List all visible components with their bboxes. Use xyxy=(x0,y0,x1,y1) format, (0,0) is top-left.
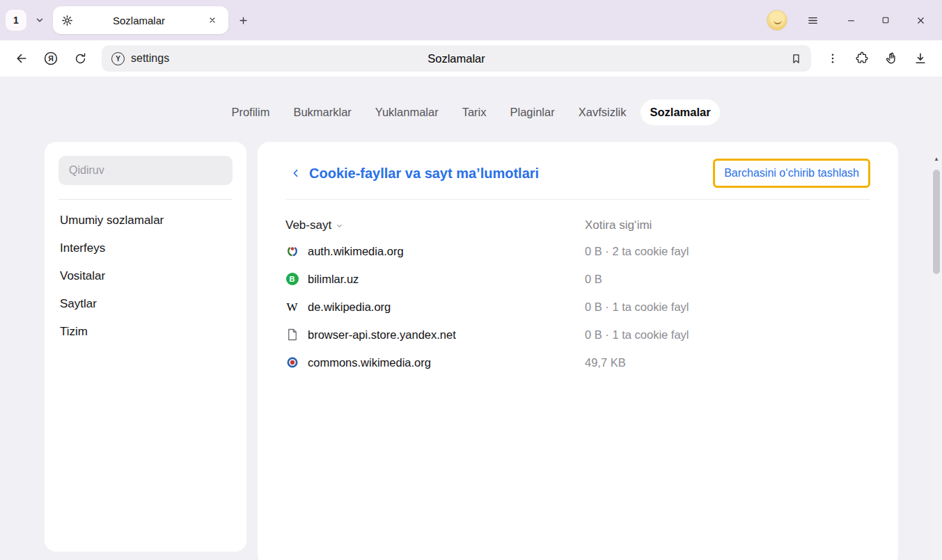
minimize-button[interactable] xyxy=(835,6,867,34)
table-row[interactable]: auth.wikimedia.org 0 B · 2 ta cookie fay… xyxy=(285,237,870,265)
address-page-title: Sozlamalar xyxy=(102,52,811,65)
gear-icon xyxy=(61,15,73,26)
tab-strip: 1 Sozlamalar xyxy=(0,0,942,40)
close-button[interactable] xyxy=(904,6,936,34)
address-bar[interactable]: Y settings Sozlamalar xyxy=(102,45,811,72)
nav-tab-yuklanmalar[interactable]: Yuklanmalar xyxy=(366,99,448,125)
scrollbar[interactable]: ▲ ▼ xyxy=(931,153,942,560)
column-header-size: Xotira sig‘imi xyxy=(585,218,652,232)
wikipedia-w-icon: W xyxy=(285,301,299,314)
site-name: bilimlar.uz xyxy=(308,273,359,286)
scrollbar-track[interactable] xyxy=(931,164,942,560)
site-name: auth.wikimedia.org xyxy=(308,245,404,258)
site-size: 49,7 KB xyxy=(585,356,626,369)
site-name: de.wikipedia.org xyxy=(308,301,391,314)
site-info-chip[interactable]: Y settings xyxy=(111,52,169,65)
table-row[interactable]: B bilimlar.uz 0 B xyxy=(285,265,870,293)
back-icon[interactable] xyxy=(8,45,35,72)
panel-header: Cookie-fayllar va sayt ma’lumotlari Barc… xyxy=(285,159,870,188)
nav-tab-xavfsizlik[interactable]: Xavfsizlik xyxy=(570,99,636,125)
column-header-site[interactable]: Veb-sayt xyxy=(285,218,585,232)
tab-group-button[interactable]: 1 xyxy=(6,10,26,31)
nav-tab-tarix[interactable]: Tarix xyxy=(453,99,496,125)
sidebar-divider xyxy=(58,199,233,200)
svg-text:Я: Я xyxy=(48,54,54,63)
panel-title: Cookie-fayllar va sayt ma’lumotlari xyxy=(309,166,539,182)
wikimedia-logo-icon xyxy=(285,245,299,258)
delete-all-label: Barchasini o‘chirib tashlash xyxy=(724,167,859,179)
tab-title: Sozlamalar xyxy=(79,15,199,26)
sort-chevron-icon xyxy=(336,222,343,230)
settings-page: Profilim Bukmarklar Yuklanmalar Tarix Pl… xyxy=(0,77,942,560)
tab-group-label: 1 xyxy=(13,15,19,26)
panel-divider xyxy=(285,199,870,200)
delete-all-button[interactable]: Barchasini o‘chirib tashlash xyxy=(713,159,870,188)
nav-tab-plaginlar[interactable]: Plaginlar xyxy=(501,99,564,125)
toolbar: Я Y settings Sozlamalar xyxy=(0,40,942,77)
column-header-site-label: Veb-sayt xyxy=(285,218,331,232)
settings-top-nav: Profilim Bukmarklar Yuklanmalar Tarix Pl… xyxy=(0,77,942,127)
titlebar-right-cluster xyxy=(767,6,936,34)
cookies-panel: Cookie-fayllar va sayt ma’lumotlari Barc… xyxy=(258,142,898,560)
site-icon: Y xyxy=(111,52,125,65)
site-size: 0 B · 1 ta cookie fayl xyxy=(585,328,689,342)
settings-sidebar: Umumiy sozlamalar Interfeys Vositalar Sa… xyxy=(45,142,246,552)
scrollbar-thumb[interactable] xyxy=(933,170,940,274)
scroll-up-icon[interactable]: ▲ xyxy=(931,153,942,164)
maximize-button[interactable] xyxy=(870,6,902,34)
cards-row: Umumiy sozlamalar Interfeys Vositalar Sa… xyxy=(0,127,942,560)
sidebar-item-vositalar[interactable]: Vositalar xyxy=(45,262,246,290)
panel-back-chevron-icon[interactable] xyxy=(285,163,306,184)
commons-logo-icon xyxy=(285,356,299,369)
yandex-logo-icon[interactable]: Я xyxy=(38,45,64,72)
tab-sozlamalar[interactable]: Sozlamalar xyxy=(53,6,228,34)
table-row[interactable]: browser-api.store.yandex.net 0 B · 1 ta … xyxy=(285,321,870,349)
sidebar-item-umumiy-sozlamalar[interactable]: Umumiy sozlamalar xyxy=(45,207,246,234)
nav-tab-bukmarklar[interactable]: Bukmarklar xyxy=(284,99,360,125)
table-row[interactable]: W de.wikipedia.org 0 B · 1 ta cookie fay… xyxy=(285,293,870,321)
hand-gesture-icon[interactable] xyxy=(878,45,904,72)
nav-tab-sozlamalar[interactable]: Sozlamalar xyxy=(641,99,719,125)
address-value: settings xyxy=(131,52,169,65)
sidebar-item-saytlar[interactable]: Saytlar xyxy=(45,290,246,318)
tab-list-chevron-icon[interactable] xyxy=(31,11,49,29)
tab-close-icon[interactable] xyxy=(205,13,220,28)
bookmark-icon[interactable] xyxy=(787,50,804,67)
sidebar-item-interfeys[interactable]: Interfeys xyxy=(45,234,246,262)
extensions-puzzle-icon[interactable] xyxy=(849,45,875,72)
profile-avatar[interactable] xyxy=(767,10,787,31)
downloads-icon[interactable] xyxy=(907,45,934,72)
reload-icon[interactable] xyxy=(67,45,93,72)
more-options-icon[interactable] xyxy=(819,45,846,72)
new-tab-button[interactable] xyxy=(233,10,253,31)
site-size: 0 B · 2 ta cookie fayl xyxy=(585,245,689,258)
search-input[interactable] xyxy=(58,156,233,185)
bilimlar-favicon: B xyxy=(285,273,299,286)
document-icon xyxy=(285,328,299,342)
site-size: 0 B xyxy=(585,273,602,286)
table-row[interactable]: commons.wikimedia.org 49,7 KB xyxy=(285,349,870,376)
table-header: Veb-sayt Xotira sig‘imi xyxy=(285,214,870,237)
site-name: commons.wikimedia.org xyxy=(308,356,431,369)
site-name: browser-api.store.yandex.net xyxy=(308,328,456,342)
sidebar-item-tizim[interactable]: Tizim xyxy=(45,318,246,346)
nav-tab-profilim[interactable]: Profilim xyxy=(222,99,278,125)
site-size: 0 B · 1 ta cookie fayl xyxy=(585,301,689,314)
menu-icon[interactable] xyxy=(800,8,825,33)
